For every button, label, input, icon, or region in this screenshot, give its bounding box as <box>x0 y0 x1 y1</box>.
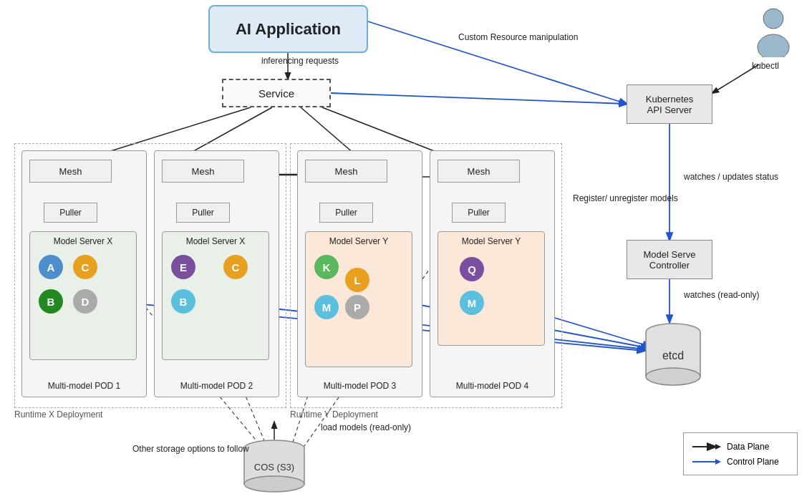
ai-application-label: AI Application <box>236 20 341 39</box>
service-box: Service <box>222 79 331 107</box>
model-server-y4: Model Server Y Q M <box>438 231 545 346</box>
kubernetes-api-server-box: KubernetesAPI Server <box>627 84 712 124</box>
model-b2: B <box>171 289 195 314</box>
person-icon <box>755 7 791 59</box>
load-models-label: load models (read-only) <box>321 422 411 432</box>
puller1-box: Puller <box>44 203 97 223</box>
pod3-label: Multi-model POD 3 <box>298 381 422 391</box>
model-server-x1: Model Server X A C B D <box>29 231 137 360</box>
model-p: P <box>345 295 369 319</box>
ms-y3-label: Model Server Y <box>306 236 412 246</box>
pod2-outer: Mesh Puller Model Server X E C B Multi-m… <box>154 150 279 397</box>
model-b1: B <box>39 289 63 314</box>
svg-point-31 <box>758 34 789 57</box>
kubectl-label: kubectl <box>752 61 779 71</box>
mesh3-box: Mesh <box>305 160 387 183</box>
model-server-x2: Model Server X E C B <box>162 231 269 360</box>
watches-readonly-label: watches (read-only) <box>684 290 759 300</box>
cos-cylinder-svg: COS (S3) <box>242 440 306 493</box>
puller3-box: Puller <box>319 203 373 223</box>
svg-text:COS (S3): COS (S3) <box>254 462 294 472</box>
service-label: Service <box>258 87 294 100</box>
pod2-label: Multi-model POD 2 <box>155 381 279 391</box>
ms-y4-label: Model Server Y <box>438 236 544 246</box>
pod1-outer: Mesh Puller Model Server X A C B D Multi… <box>21 150 147 397</box>
ms-x1-label: Model Server X <box>30 236 136 246</box>
pod4-outer: Mesh Puller Model Server Y Q M Multi-mod… <box>430 150 555 397</box>
model-c2: C <box>223 255 248 279</box>
msc-label: Model ServeController <box>644 249 696 271</box>
ms-x2-label: Model Server X <box>163 236 269 246</box>
mesh2-box: Mesh <box>162 160 244 183</box>
model-m4: M <box>460 291 484 315</box>
legend-control-plane: Control Plane <box>692 457 788 467</box>
k8s-label: KubernetesAPI Server <box>646 94 694 115</box>
puller2-box: Puller <box>176 203 230 223</box>
custom-resource-label: Custom Resource manipulation <box>458 32 578 42</box>
model-l: L <box>345 268 369 292</box>
svg-marker-47 <box>715 459 721 465</box>
model-a: A <box>39 255 63 279</box>
svg-point-42 <box>244 476 304 492</box>
svg-point-36 <box>646 368 700 385</box>
svg-marker-45 <box>715 444 721 450</box>
model-d: D <box>73 289 97 314</box>
model-e: E <box>171 255 195 279</box>
legend-data-plane: Data Plane <box>692 442 788 452</box>
runtime-y-label: Runtime Y Deployment <box>290 410 378 420</box>
register-label: Register/ unregister models <box>573 193 678 203</box>
svg-line-22 <box>331 93 627 104</box>
pod1-label: Multi-model POD 1 <box>22 381 146 391</box>
model-q: Q <box>460 257 484 281</box>
other-storage-label: Other storage options to follow <box>132 444 249 454</box>
pod3-outer: Mesh Puller Model Server Y K L M P Multi… <box>297 150 422 397</box>
etcd-cylinder-svg: etcd <box>644 322 702 387</box>
svg-point-30 <box>763 9 783 29</box>
etcd-box: etcd <box>644 322 702 387</box>
svg-text:etcd: etcd <box>662 349 684 362</box>
model-serve-controller-box: Model ServeController <box>627 240 712 279</box>
inferencing-label: inferencing requests <box>261 56 339 66</box>
ai-application-box: AI Application <box>208 5 368 53</box>
legend-box: Data Plane Control Plane <box>683 432 798 475</box>
legend-data-plane-label: Data Plane <box>727 442 769 452</box>
mesh1-box: Mesh <box>29 160 112 183</box>
pod4-label: Multi-model POD 4 <box>430 381 554 391</box>
model-c1: C <box>73 255 97 279</box>
puller4-box: Puller <box>452 203 506 223</box>
diagram-container: AI Application inferencing requests Serv… <box>0 0 812 504</box>
model-k: K <box>314 255 339 279</box>
model-m3: M <box>314 295 339 319</box>
watches-updates-label: watches / updates status <box>684 172 778 182</box>
mesh4-box: Mesh <box>438 160 520 183</box>
model-server-y3: Model Server Y K L M P <box>305 231 412 367</box>
runtime-x-label: Runtime X Deployment <box>14 410 102 420</box>
legend-control-plane-label: Control Plane <box>727 457 779 467</box>
cos-box: COS (S3) <box>242 440 306 493</box>
